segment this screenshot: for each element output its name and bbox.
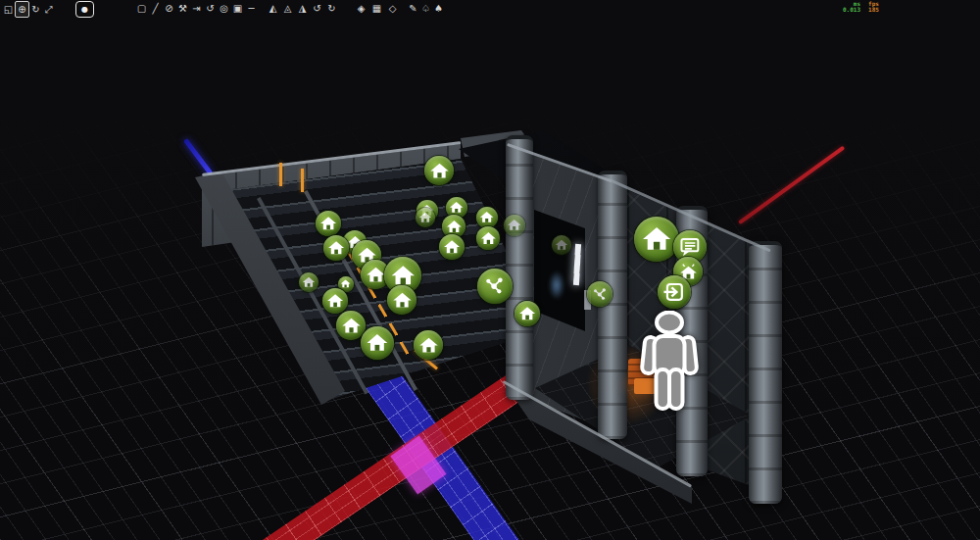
marker-layer: [0, 0, 980, 540]
show-blocks-button[interactable]: ◈: [355, 1, 368, 16]
network-marker[interactable]: [477, 269, 513, 304]
symmetry-tool-group: ◭◬◮↺↻: [267, 1, 338, 16]
copy-button[interactable]: ▣: [231, 1, 244, 16]
mirror-x-button[interactable]: ◭: [267, 1, 279, 16]
fps-stat: fps 185: [868, 1, 879, 13]
home-marker[interactable]: [424, 156, 454, 185]
sim-time-value: 0.013: [843, 7, 860, 13]
network-marker[interactable]: [587, 281, 612, 307]
file-tool-group: ▢╱⊘⚒⇥↺◎▣─: [135, 1, 258, 16]
home-marker[interactable]: [552, 235, 571, 255]
home-marker[interactable]: [316, 211, 341, 236]
rotate-cw-button[interactable]: ↻: [325, 1, 338, 16]
paint-tool-group: ✎♤♠: [407, 1, 445, 16]
paint-outline-button[interactable]: ♤: [419, 1, 432, 16]
person-icon: [637, 311, 702, 411]
view-tool-group: ◈▦◇: [355, 1, 399, 16]
home-marker[interactable]: [387, 285, 416, 315]
undo-button[interactable]: ↺: [204, 1, 217, 16]
home-marker[interactable]: [361, 326, 394, 360]
scale-tool-button[interactable]: ⤢: [42, 2, 55, 17]
home-marker[interactable]: [299, 272, 318, 292]
home-marker[interactable]: [414, 330, 443, 360]
rotate-ccw-button[interactable]: ↺: [311, 1, 323, 16]
top-toolbar: ◱⊕↻⤢ ● ▢╱⊘⚒⇥↺◎▣─ ◭◬◮↺↻ ◈▦◇ ✎♤♠: [0, 0, 980, 18]
home-marker[interactable]: [439, 234, 465, 260]
brush-shape-glyph: ●: [81, 5, 88, 14]
exit-marker[interactable]: [658, 275, 691, 309]
player-spawn-figure[interactable]: [637, 311, 702, 415]
collapse-toolbar-button[interactable]: ─: [245, 1, 258, 16]
home-marker[interactable]: [634, 217, 679, 262]
history-button[interactable]: ◎: [218, 1, 230, 16]
fps-value: 185: [868, 7, 879, 13]
move-tool-button[interactable]: ⊕: [15, 1, 29, 18]
show-wireframe-button[interactable]: ◇: [386, 1, 399, 16]
home-marker[interactable]: [416, 208, 435, 227]
repair-tool-button[interactable]: ⚒: [176, 1, 189, 16]
mirror-y-button[interactable]: ◬: [281, 1, 294, 16]
new-blueprint-button[interactable]: ▢: [135, 1, 148, 16]
erase-tool-button[interactable]: ⊘: [163, 1, 175, 16]
rotate-tool-button[interactable]: ↻: [29, 2, 42, 17]
performance-stats: ms 0.013 fps 185: [843, 1, 879, 13]
transform-tool-group: ◱⊕↻⤢: [2, 1, 55, 18]
home-marker[interactable]: [322, 288, 348, 314]
import-tool-button[interactable]: ⇥: [190, 1, 203, 16]
show-grid-button[interactable]: ▦: [370, 1, 383, 16]
home-marker[interactable]: [504, 215, 525, 236]
select-tool-button[interactable]: ◱: [2, 2, 15, 17]
sim-time-stat: ms 0.013: [843, 1, 860, 13]
home-marker[interactable]: [476, 226, 500, 250]
blueprint-viewport[interactable]: ◱⊕↻⤢ ● ▢╱⊘⚒⇥↺◎▣─ ◭◬◮↺↻ ◈▦◇ ✎♤♠ ms 0.013 …: [0, 0, 980, 540]
home-marker[interactable]: [323, 235, 349, 261]
home-marker[interactable]: [476, 207, 498, 228]
brush-shape-button[interactable]: ●: [75, 1, 94, 18]
paint-fill-button[interactable]: ♠: [432, 1, 445, 16]
pick-color-button[interactable]: ✎: [407, 1, 419, 16]
mirror-z-button[interactable]: ◮: [296, 1, 309, 16]
home-marker[interactable]: [514, 301, 540, 326]
line-tool-button[interactable]: ╱: [149, 1, 162, 16]
